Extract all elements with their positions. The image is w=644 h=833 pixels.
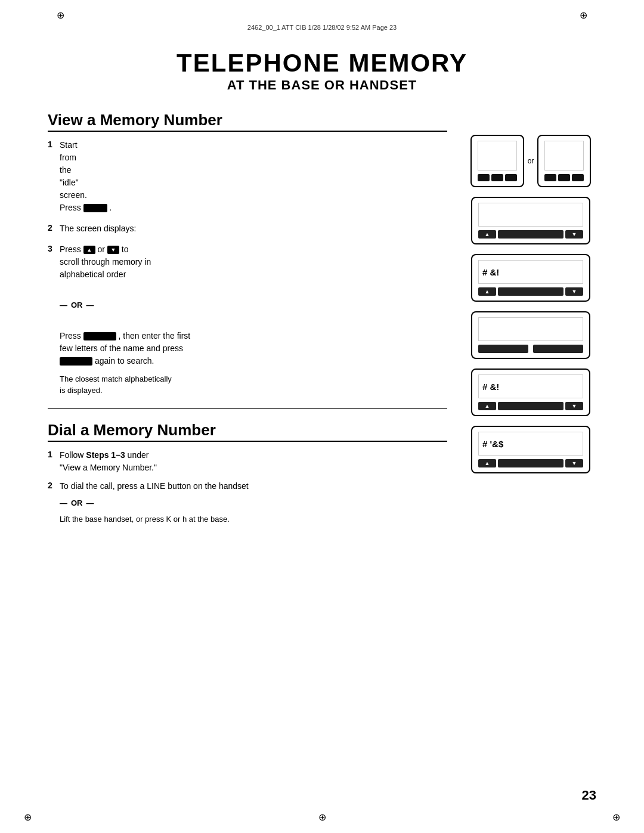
section-divider bbox=[48, 408, 447, 409]
pair-or-text: or bbox=[528, 157, 534, 165]
phone-box-2 bbox=[537, 135, 591, 187]
phone-btn-1b bbox=[491, 174, 503, 181]
phone-screen-2 bbox=[544, 141, 584, 171]
phone-screen-1 bbox=[478, 141, 517, 171]
step2-number: 2 bbox=[48, 223, 60, 235]
step1-number: 1 bbox=[48, 140, 60, 214]
step1-period: . bbox=[110, 203, 112, 212]
step3-press2: Press bbox=[60, 331, 83, 340]
sub-title: AT THE BASE OR HANDSET bbox=[36, 78, 608, 93]
phone-arrow-up-3: ▲ bbox=[478, 230, 496, 239]
step3-then: , then enter the first bbox=[119, 331, 191, 340]
step3-up-arrow: ▲ bbox=[83, 246, 95, 254]
main-content: View a Memory Number 1 Startfromthe"idle… bbox=[36, 111, 608, 531]
main-title: TELEPHONE MEMORY bbox=[36, 49, 608, 78]
phone-box-1 bbox=[470, 135, 524, 187]
phone-arrow-up-7: ▲ bbox=[478, 459, 496, 467]
step3-search-btn2 bbox=[60, 357, 92, 366]
step1: 1 Startfromthe"idle"screen.Press . bbox=[48, 139, 447, 214]
step3-down-arrow: ▼ bbox=[107, 246, 119, 254]
crop-mark-top-right: ⊕ bbox=[580, 11, 587, 20]
step3-content: Press ▲ or ▼ to scroll through memory in… bbox=[60, 243, 190, 367]
step3-number: 3 bbox=[48, 244, 60, 367]
phone-btn-1c bbox=[505, 174, 517, 181]
page: ⊕ ⊕ ⊕ ⊕ ⊕ 2462_00_1 ATT CIB 1/28 1/28/02… bbox=[0, 0, 644, 833]
page-number: 23 bbox=[582, 788, 596, 803]
lift-text: Lift the base handset, or press K bbox=[60, 515, 171, 524]
step1-button bbox=[83, 204, 107, 212]
phone-btns-7: ▲ ▼ bbox=[478, 459, 583, 467]
crop-mark-top-left: ⊕ bbox=[57, 11, 64, 20]
step3-to: to bbox=[122, 244, 129, 254]
phone-btns-1 bbox=[478, 174, 517, 181]
dial-last-line: Lift the base handset, or press K or h a… bbox=[60, 513, 447, 525]
step1-content: Startfromthe"idle"screen.Press . bbox=[60, 139, 112, 214]
phone-screen-7: # '&$ bbox=[478, 432, 583, 456]
phone-btn-2b bbox=[558, 174, 570, 181]
dial-step1-number: 1 bbox=[48, 450, 60, 474]
phone-screen-5 bbox=[478, 317, 583, 341]
dial-section: Dial a Memory Number 1 Follow Steps 1–3 … bbox=[48, 421, 447, 525]
phone-screen-6: # &! bbox=[478, 374, 583, 398]
phone-screen-3 bbox=[478, 203, 583, 227]
phone-box-4: # &! ▲ ▼ bbox=[471, 254, 590, 302]
phone-btns-3: ▲ ▼ bbox=[478, 230, 583, 239]
or-divider-1: OR bbox=[60, 299, 190, 311]
step1-phone-pair: or bbox=[465, 135, 596, 187]
phone-btn-5b bbox=[533, 345, 583, 353]
phone-arrow-up-6: ▲ bbox=[478, 402, 496, 410]
or-h-text: or h bbox=[174, 515, 187, 524]
closest-match-text: The closest match alphabeticallyis displ… bbox=[60, 374, 172, 395]
phone-btns-2 bbox=[544, 174, 584, 181]
crop-mark-bottom-center: ⊕ bbox=[318, 813, 326, 822]
dial-heading: Dial a Memory Number bbox=[48, 421, 447, 442]
dial-step2-content: To dial the call, press a LINE button on… bbox=[60, 480, 249, 493]
view-section: View a Memory Number 1 Startfromthe"idle… bbox=[48, 111, 447, 397]
phone-box-3: ▲ ▼ bbox=[471, 197, 590, 244]
phone-box-5 bbox=[471, 311, 590, 359]
phone-btns-6: ▲ ▼ bbox=[478, 402, 583, 410]
right-column: or ▲ ▼ bbox=[465, 111, 596, 531]
phone-btn-7b bbox=[498, 459, 564, 467]
at-base-text: at the base. bbox=[189, 515, 230, 524]
phone-btn-1a bbox=[478, 174, 490, 181]
phone-btn-6b bbox=[498, 402, 564, 410]
dial-step1-follow: Follow bbox=[60, 450, 86, 460]
or-divider-2: OR bbox=[60, 498, 447, 507]
phone-arrow-down-6: ▼ bbox=[565, 402, 583, 410]
step3-press: Press bbox=[60, 244, 83, 254]
phone-btn-5a bbox=[478, 345, 528, 353]
left-column: View a Memory Number 1 Startfromthe"idle… bbox=[48, 111, 447, 531]
header-meta: 2462_00_1 ATT CIB 1/28 1/28/02 9:52 AM P… bbox=[36, 24, 608, 31]
step3-scroll: scroll through memory in bbox=[60, 257, 151, 267]
view-heading: View a Memory Number bbox=[48, 111, 447, 132]
phone-btn-2c bbox=[572, 174, 584, 181]
step3: 3 Press ▲ or ▼ to scroll through memory … bbox=[48, 243, 447, 367]
step3-again: again to search. bbox=[95, 356, 154, 366]
phone-box-7: # '&$ ▲ ▼ bbox=[471, 426, 590, 473]
phone-btn-4b bbox=[498, 287, 564, 296]
phone-btn-2a bbox=[544, 174, 556, 181]
step3-few: few letters of the name and press bbox=[60, 343, 183, 353]
step2: 2 The screen displays: bbox=[48, 222, 447, 235]
crop-mark-bottom-left: ⊕ bbox=[24, 813, 32, 822]
closest-match-desc: The closest match alphabeticallyis displ… bbox=[60, 373, 447, 397]
step2-content: The screen displays: bbox=[60, 222, 136, 235]
phone-arrow-up-4: ▲ bbox=[478, 287, 496, 296]
phone-arrow-down-7: ▼ bbox=[565, 459, 583, 467]
dial-step1-bold: Steps 1–3 bbox=[86, 450, 125, 460]
dial-step1: 1 Follow Steps 1–3 under"View a Memory N… bbox=[48, 449, 447, 474]
crop-mark-bottom-right: ⊕ bbox=[612, 813, 620, 822]
phone-arrow-down-3: ▼ bbox=[565, 230, 583, 239]
phone-box-6: # &! ▲ ▼ bbox=[471, 368, 590, 416]
dial-step1-content: Follow Steps 1–3 under"View a Memory Num… bbox=[60, 449, 157, 474]
dial-step2-number: 2 bbox=[48, 481, 60, 493]
phone-btns-4: ▲ ▼ bbox=[478, 287, 583, 296]
phone-btn-3b bbox=[498, 230, 564, 239]
step3-search-btn bbox=[83, 332, 116, 340]
phone-screen-4: # &! bbox=[478, 260, 583, 284]
step3-or: or bbox=[98, 244, 107, 254]
step1-text: Startfromthe"idle"screen.Press bbox=[60, 140, 87, 212]
dial-step2: 2 To dial the call, press a LINE button … bbox=[48, 480, 447, 493]
phone-arrow-down-4: ▼ bbox=[565, 287, 583, 296]
